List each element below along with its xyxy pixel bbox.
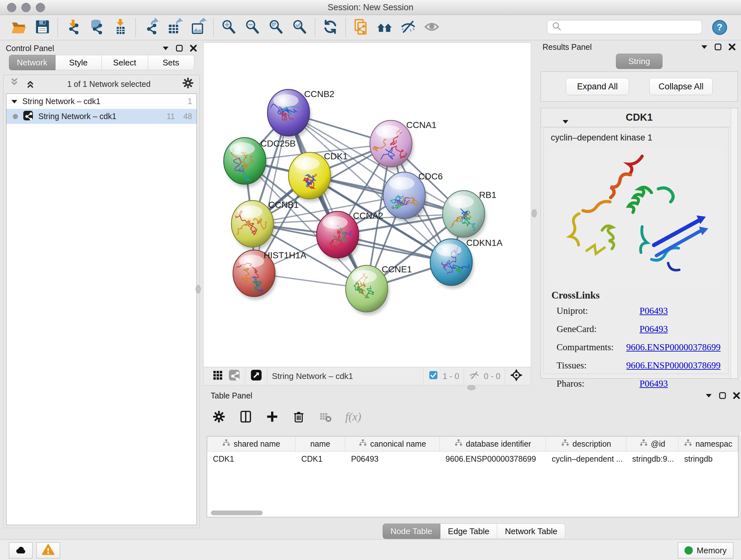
- collapse-all-button[interactable]: Collapse All: [650, 78, 713, 95]
- close-panel-icon[interactable]: [733, 392, 740, 399]
- network-row[interactable]: String Network – cdk1 11 48: [6, 109, 197, 124]
- node-CCNB2[interactable]: CCNB2: [267, 89, 334, 139]
- float-panel-icon[interactable]: [714, 43, 722, 51]
- tab-edge-table[interactable]: Edge Table: [441, 523, 497, 539]
- table-cell[interactable]: cyclin–dependent ...: [546, 451, 626, 466]
- node-CCNB1[interactable]: CCNB1: [228, 200, 299, 250]
- column-header-database-identifier[interactable]: database identifier: [440, 436, 546, 451]
- table-cell[interactable]: stringdb: [678, 451, 738, 466]
- crosslink-link[interactable]: P06493: [639, 306, 668, 316]
- close-panel-icon[interactable]: [728, 43, 736, 51]
- panel-menu-icon[interactable]: [705, 393, 712, 398]
- export-image-button[interactable]: [188, 17, 209, 38]
- column-header-description[interactable]: description: [546, 436, 626, 451]
- table-horizontal-scrollbar[interactable]: [211, 510, 263, 515]
- memory-button[interactable]: Memory: [678, 543, 733, 558]
- tab-string[interactable]: String: [616, 54, 663, 69]
- tab-select[interactable]: Select: [102, 55, 148, 70]
- crosslink-link[interactable]: P06493: [639, 324, 668, 334]
- right-splitter-handle[interactable]: [532, 209, 537, 217]
- save-button[interactable]: [32, 17, 53, 38]
- table-cell[interactable]: P06493: [345, 451, 440, 466]
- window-controls[interactable]: [7, 3, 45, 12]
- float-panel-icon[interactable]: [176, 44, 183, 52]
- collection-expand-icon[interactable]: [11, 97, 18, 106]
- column-header-name[interactable]: name: [295, 436, 345, 451]
- node-HIST1H1A[interactable]: HIST1H1A: [233, 250, 307, 300]
- tab-node-table[interactable]: Node Table: [383, 523, 441, 539]
- column-header-shared-name[interactable]: shared name: [207, 436, 295, 451]
- tab-network[interactable]: Network: [9, 55, 56, 70]
- tab-style[interactable]: Style: [56, 55, 102, 70]
- crosslink-link[interactable]: 9606.ENSP00000378699: [626, 342, 721, 352]
- zoom-selected-button[interactable]: [289, 17, 310, 38]
- node-label-CDK1: CDK1: [324, 151, 348, 161]
- first-neighbors-button[interactable]: [374, 17, 395, 38]
- node-CCNE1[interactable]: CCNE1: [346, 264, 412, 315]
- open-folder-button[interactable]: [8, 17, 29, 38]
- delete-column-icon[interactable]: [292, 410, 306, 424]
- close-window-button[interactable]: [7, 3, 16, 12]
- table-cell[interactable]: CDK1: [207, 451, 295, 466]
- table-options-gear-icon[interactable]: [212, 410, 226, 424]
- table-cell[interactable]: stringdb:9...: [626, 451, 678, 466]
- results-scrollbar[interactable]: [731, 108, 738, 378]
- column-header--id[interactable]: @id: [626, 436, 678, 451]
- tab-sets[interactable]: Sets: [148, 55, 194, 70]
- search-input[interactable]: [563, 22, 698, 32]
- expand-all-networks-icon[interactable]: [24, 77, 36, 91]
- add-column-icon[interactable]: [266, 410, 279, 423]
- table-row[interactable]: CDK1CDK1P064939606.ENSP00000378699cyclin…: [207, 451, 738, 466]
- close-panel-icon[interactable]: [190, 44, 197, 52]
- hide-selected-button[interactable]: [398, 17, 419, 38]
- import-table-button[interactable]: [110, 17, 131, 38]
- export-network-button[interactable]: [140, 17, 161, 38]
- node-CDKN1A[interactable]: CDKN1A: [430, 238, 502, 289]
- network-canvas-panel[interactable]: CCNB2 CCNA1 CDC25B CDK1: [203, 43, 531, 385]
- panel-menu-icon[interactable]: [162, 46, 169, 51]
- warnings-button[interactable]: [37, 543, 60, 558]
- cloud-status-button[interactable]: [9, 543, 32, 558]
- panel-menu-icon[interactable]: [701, 44, 708, 50]
- network-collection-row[interactable]: String Network – cdk1 1: [6, 94, 197, 109]
- minimize-window-button[interactable]: [21, 3, 30, 12]
- column-header-canonical-name[interactable]: canonical name: [345, 436, 440, 451]
- show-all-button[interactable]: [421, 17, 442, 38]
- table-cell[interactable]: 9606.ENSP00000378699: [440, 451, 546, 466]
- export-table-button[interactable]: [164, 17, 185, 38]
- crosslink-link[interactable]: 9606.ENSP00000378699: [626, 360, 721, 370]
- birds-eye-view-icon[interactable]: [250, 369, 263, 384]
- help-button[interactable]: ?: [712, 19, 728, 36]
- node-CCNA1[interactable]: CCNA1: [370, 120, 436, 170]
- clone-network-button[interactable]: [350, 17, 372, 38]
- table-cell[interactable]: CDK1: [295, 451, 345, 466]
- import-database-button[interactable]: [86, 17, 107, 38]
- node-CDC25B[interactable]: CDC25B: [224, 138, 295, 187]
- fit-selected-crosshair-icon[interactable]: [510, 368, 523, 384]
- zoom-fit-button[interactable]: [266, 17, 286, 38]
- column-header-namespac[interactable]: namespac: [678, 436, 738, 451]
- zoom-in-button[interactable]: [218, 17, 239, 38]
- protein-entry-header[interactable]: CDK1: [541, 108, 738, 127]
- zoom-out-button[interactable]: [242, 17, 263, 38]
- refresh-button[interactable]: [320, 17, 341, 38]
- collapse-all-networks-icon[interactable]: [9, 77, 20, 91]
- grid-view-icon[interactable]: [211, 369, 224, 384]
- selected-checkbox-icon[interactable]: [428, 370, 439, 383]
- string-network-gray-icon[interactable]: [228, 369, 241, 384]
- float-panel-icon[interactable]: [719, 392, 726, 399]
- left-splitter-handle[interactable]: [196, 285, 201, 294]
- import-network-button[interactable]: [63, 17, 84, 38]
- zoom-window-button[interactable]: [36, 3, 45, 12]
- search-box[interactable]: [547, 20, 702, 34]
- entry-collapse-icon[interactable]: [562, 115, 569, 127]
- tab-network-table[interactable]: Network Table: [497, 523, 565, 539]
- node-RB1[interactable]: RB1: [443, 190, 496, 240]
- network-graph[interactable]: CCNB2 CCNA1 CDC25B CDK1: [204, 43, 531, 367]
- network-options-gear-icon[interactable]: [182, 77, 194, 91]
- edge-CCNB2-CCNE1[interactable]: [288, 113, 367, 289]
- expand-all-button[interactable]: Expand All: [566, 78, 629, 95]
- node-table[interactable]: shared namenamecanonical namedatabase id…: [207, 436, 738, 517]
- crosslink-link[interactable]: P06493: [639, 378, 668, 388]
- show-columns-icon[interactable]: [239, 410, 253, 424]
